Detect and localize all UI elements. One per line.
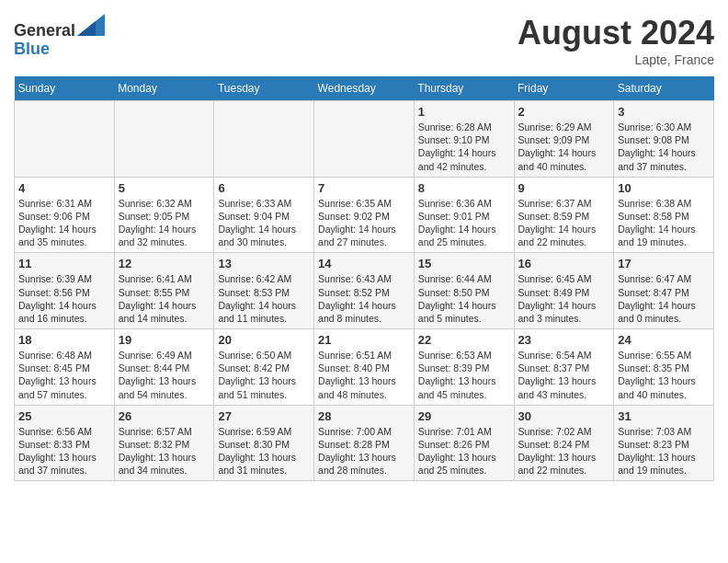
day-info: Sunrise: 6:51 AMSunset: 8:40 PMDaylight:…: [318, 349, 410, 401]
logo-icon: [77, 14, 105, 36]
day-number: 8: [418, 181, 510, 195]
calendar-body: 1Sunrise: 6:28 AMSunset: 9:10 PMDaylight…: [15, 101, 714, 481]
day-info: Sunrise: 6:38 AMSunset: 8:58 PMDaylight:…: [618, 197, 710, 249]
day-info: Sunrise: 6:30 AMSunset: 9:08 PMDaylight:…: [618, 121, 710, 173]
logo-blue: Blue: [14, 40, 50, 58]
day-number: 7: [318, 181, 410, 195]
title-area: August 2024 Lapte, France: [518, 14, 714, 67]
calendar-week-row: 4Sunrise: 6:31 AMSunset: 9:06 PMDaylight…: [15, 177, 714, 253]
day-info: Sunrise: 6:54 AMSunset: 8:37 PMDaylight:…: [518, 349, 610, 401]
day-info: Sunrise: 6:57 AMSunset: 8:32 PMDaylight:…: [119, 425, 210, 477]
calendar-cell: 15Sunrise: 6:44 AMSunset: 8:50 PMDayligh…: [414, 253, 514, 329]
page-header: General Blue August 2024 Lapte, France: [14, 14, 714, 67]
day-number: 9: [518, 181, 610, 195]
day-number: 22: [418, 333, 510, 347]
svg-marker-1: [77, 21, 96, 36]
day-number: 30: [518, 409, 610, 423]
column-header-monday: Monday: [114, 76, 214, 101]
day-number: 13: [218, 257, 310, 270]
calendar-cell: 19Sunrise: 6:49 AMSunset: 8:44 PMDayligh…: [114, 329, 214, 406]
calendar-cell: 9Sunrise: 6:37 AMSunset: 8:59 PMDaylight…: [514, 177, 614, 253]
day-info: Sunrise: 6:29 AMSunset: 9:09 PMDaylight:…: [518, 121, 610, 173]
calendar-cell: [214, 101, 314, 178]
day-info: Sunrise: 6:59 AMSunset: 8:30 PMDaylight:…: [218, 425, 310, 477]
day-info: Sunrise: 6:41 AMSunset: 8:55 PMDaylight:…: [119, 272, 210, 325]
calendar-cell: 24Sunrise: 6:55 AMSunset: 8:35 PMDayligh…: [614, 329, 714, 406]
calendar-table: SundayMondayTuesdayWednesdayThursdayFrid…: [14, 76, 714, 481]
day-info: Sunrise: 6:56 AMSunset: 8:33 PMDaylight:…: [18, 425, 110, 477]
calendar-cell: 26Sunrise: 6:57 AMSunset: 8:32 PMDayligh…: [114, 405, 214, 481]
calendar-cell: 12Sunrise: 6:41 AMSunset: 8:55 PMDayligh…: [114, 253, 214, 329]
day-number: 25: [18, 409, 110, 423]
day-info: Sunrise: 6:49 AMSunset: 8:44 PMDaylight:…: [119, 349, 210, 401]
calendar-week-row: 18Sunrise: 6:48 AMSunset: 8:45 PMDayligh…: [15, 329, 714, 406]
day-number: 5: [119, 181, 210, 195]
location-subtitle: Lapte, France: [518, 52, 714, 67]
day-info: Sunrise: 6:37 AMSunset: 8:59 PMDaylight:…: [518, 197, 610, 249]
day-number: 16: [518, 257, 610, 270]
calendar-cell: 6Sunrise: 6:33 AMSunset: 9:04 PMDaylight…: [214, 177, 314, 253]
day-number: 3: [618, 105, 710, 119]
day-number: 4: [18, 181, 110, 195]
day-info: Sunrise: 7:00 AMSunset: 8:28 PMDaylight:…: [318, 425, 410, 477]
calendar-cell: 31Sunrise: 7:03 AMSunset: 8:23 PMDayligh…: [614, 405, 714, 481]
day-number: 1: [418, 105, 510, 119]
calendar-cell: 28Sunrise: 7:00 AMSunset: 8:28 PMDayligh…: [314, 405, 415, 481]
month-title: August 2024: [518, 14, 714, 52]
column-header-sunday: Sunday: [15, 76, 115, 101]
day-info: Sunrise: 6:33 AMSunset: 9:04 PMDaylight:…: [218, 197, 310, 249]
calendar-cell: 30Sunrise: 7:02 AMSunset: 8:24 PMDayligh…: [514, 405, 614, 481]
calendar-cell: 18Sunrise: 6:48 AMSunset: 8:45 PMDayligh…: [15, 329, 115, 406]
calendar-cell: 22Sunrise: 6:53 AMSunset: 8:39 PMDayligh…: [414, 329, 514, 406]
calendar-cell: [15, 101, 115, 178]
calendar-cell: 1Sunrise: 6:28 AMSunset: 9:10 PMDaylight…: [414, 101, 514, 178]
calendar-cell: 3Sunrise: 6:30 AMSunset: 9:08 PMDaylight…: [614, 101, 714, 178]
day-number: 17: [618, 257, 710, 270]
calendar-cell: 16Sunrise: 6:45 AMSunset: 8:49 PMDayligh…: [514, 253, 614, 329]
day-info: Sunrise: 6:28 AMSunset: 9:10 PMDaylight:…: [418, 121, 510, 173]
day-number: 20: [218, 333, 310, 347]
calendar-week-row: 1Sunrise: 6:28 AMSunset: 9:10 PMDaylight…: [15, 101, 714, 178]
day-number: 19: [119, 333, 210, 347]
calendar-cell: 25Sunrise: 6:56 AMSunset: 8:33 PMDayligh…: [15, 405, 115, 481]
day-number: 23: [518, 333, 610, 347]
calendar-week-row: 25Sunrise: 6:56 AMSunset: 8:33 PMDayligh…: [15, 405, 714, 481]
day-info: Sunrise: 7:02 AMSunset: 8:24 PMDaylight:…: [518, 425, 610, 477]
day-info: Sunrise: 6:39 AMSunset: 8:56 PMDaylight:…: [18, 272, 110, 325]
day-number: 27: [218, 409, 310, 423]
calendar-cell: 20Sunrise: 6:50 AMSunset: 8:42 PMDayligh…: [214, 329, 314, 406]
day-info: Sunrise: 6:35 AMSunset: 9:02 PMDaylight:…: [318, 197, 410, 249]
day-number: 12: [119, 257, 210, 270]
day-info: Sunrise: 6:48 AMSunset: 8:45 PMDaylight:…: [18, 349, 110, 401]
calendar-cell: 29Sunrise: 7:01 AMSunset: 8:26 PMDayligh…: [414, 405, 514, 481]
day-number: 21: [318, 333, 410, 347]
calendar-cell: 23Sunrise: 6:54 AMSunset: 8:37 PMDayligh…: [514, 329, 614, 406]
day-number: 31: [618, 409, 710, 423]
day-number: 28: [318, 409, 410, 423]
day-info: Sunrise: 7:01 AMSunset: 8:26 PMDaylight:…: [418, 425, 510, 477]
calendar-cell: 7Sunrise: 6:35 AMSunset: 9:02 PMDaylight…: [314, 177, 415, 253]
calendar-header-row: SundayMondayTuesdayWednesdayThursdayFrid…: [15, 76, 714, 101]
day-number: 2: [518, 105, 610, 119]
day-number: 15: [418, 257, 510, 270]
calendar-cell: 17Sunrise: 6:47 AMSunset: 8:47 PMDayligh…: [614, 253, 714, 329]
day-info: Sunrise: 6:44 AMSunset: 8:50 PMDaylight:…: [418, 272, 510, 325]
logo-general: General: [14, 21, 75, 40]
column-header-tuesday: Tuesday: [214, 76, 314, 101]
day-info: Sunrise: 6:32 AMSunset: 9:05 PMDaylight:…: [119, 197, 210, 249]
day-info: Sunrise: 6:45 AMSunset: 8:49 PMDaylight:…: [518, 272, 610, 325]
day-number: 6: [218, 181, 310, 195]
day-number: 26: [119, 409, 210, 423]
day-info: Sunrise: 6:47 AMSunset: 8:47 PMDaylight:…: [618, 272, 710, 325]
column-header-wednesday: Wednesday: [314, 76, 415, 101]
calendar-cell: 2Sunrise: 6:29 AMSunset: 9:09 PMDaylight…: [514, 101, 614, 178]
calendar-cell: 10Sunrise: 6:38 AMSunset: 8:58 PMDayligh…: [614, 177, 714, 253]
calendar-cell: 13Sunrise: 6:42 AMSunset: 8:53 PMDayligh…: [214, 253, 314, 329]
calendar-cell: 8Sunrise: 6:36 AMSunset: 9:01 PMDaylight…: [414, 177, 514, 253]
logo: General Blue: [14, 14, 105, 59]
column-header-thursday: Thursday: [414, 76, 514, 101]
day-info: Sunrise: 6:55 AMSunset: 8:35 PMDaylight:…: [618, 349, 710, 401]
calendar-cell: [114, 101, 214, 178]
day-number: 11: [18, 257, 110, 270]
day-info: Sunrise: 6:50 AMSunset: 8:42 PMDaylight:…: [218, 349, 310, 401]
